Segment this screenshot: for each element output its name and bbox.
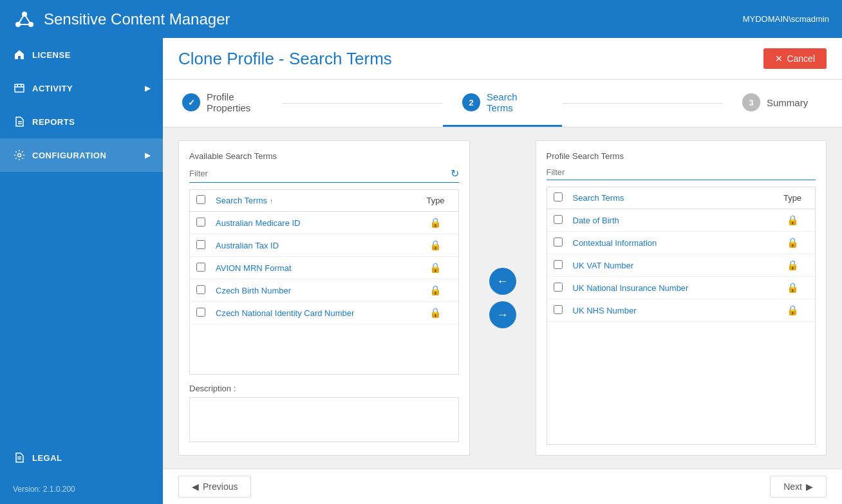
profile-panel-title: Profile Search Terms (547, 151, 816, 161)
p-lock-icon-3: 🔒 (787, 282, 799, 293)
wizard-step-3-label: Summary (767, 97, 808, 108)
row-check-2 (196, 263, 216, 274)
row-checkbox-0[interactable] (196, 218, 205, 227)
available-col-name-label: Search Terms (216, 196, 267, 205)
two-col-layout: Available Search Terms ↻ Search Terms (178, 140, 827, 456)
profile-select-all-checkbox[interactable] (554, 192, 563, 201)
table-row: Czech Birth Number 🔒 (190, 279, 458, 302)
lock-icon-4: 🔒 (429, 307, 442, 318)
page-title: Clone Profile - Search Terms (178, 49, 392, 69)
table-row: UK National Insurance Number 🔒 (547, 277, 816, 299)
right-arrow-icon: → (497, 308, 509, 322)
next-button[interactable]: Next ▶ (770, 476, 827, 498)
sidebar-label-license: LICENSE (32, 50, 71, 60)
profile-filter-input[interactable] (547, 167, 816, 177)
profile-table-body: Date of Birth 🔒 Contextual Information 🔒 (547, 209, 816, 444)
wizard-step-2[interactable]: 2 Search Terms (443, 80, 562, 127)
p-row-type-1: 🔒 (776, 237, 809, 248)
transfer-buttons: ← → (483, 140, 523, 456)
sidebar-label-reports: REPORTS (32, 117, 75, 127)
refresh-icon[interactable]: ↻ (451, 167, 459, 180)
p-lock-icon-2: 🔒 (787, 259, 799, 270)
row-type-3: 🔒 (420, 285, 452, 296)
app-header-left: Sensitive Content Manager (13, 8, 230, 31)
row-name-3: Czech Birth Number (216, 286, 420, 295)
table-row: UK NHS Number 🔒 (547, 299, 816, 322)
available-table-header: Search Terms ↑ Type (190, 190, 458, 212)
wizard-steps: ✓ Profile Properties 2 Search Terms 3 Su… (163, 80, 842, 127)
wizard-divider-1 (282, 103, 443, 104)
version-label: Version: 2.1.0.200 (0, 474, 163, 504)
p-row-name-1: Contextual Information (573, 238, 777, 248)
description-textarea[interactable] (189, 397, 459, 442)
row-checkbox-1[interactable] (196, 240, 205, 249)
sidebar-item-reports[interactable]: REPORTS (0, 105, 163, 138)
available-filter-input[interactable] (189, 169, 451, 178)
home-icon (13, 48, 26, 61)
p-row-check-2 (554, 260, 573, 271)
footer-nav: ◀ Previous Next ▶ (163, 469, 842, 504)
transfer-right-button[interactable]: → (489, 301, 516, 328)
row-name-0: Australian Medicare ID (216, 218, 420, 228)
p-lock-icon-4: 🔒 (787, 304, 799, 315)
description-section: Description : (189, 384, 459, 445)
row-checkbox-2[interactable] (196, 263, 205, 272)
wizard-step-1-label: Profile Properties (207, 91, 263, 113)
row-name-1: Australian Tax ID (216, 241, 420, 250)
row-check-3 (196, 285, 216, 296)
app-logo-icon (13, 8, 36, 31)
sidebar-label-legal: LEGAL (32, 453, 62, 463)
available-header-check (196, 195, 216, 206)
available-table-body: Australian Medicare ID 🔒 Australian Tax … (190, 212, 458, 374)
wizard-step-2-label: Search Terms (487, 91, 543, 113)
p-row-checkbox-2[interactable] (554, 260, 563, 269)
wizard-step-1[interactable]: ✓ Profile Properties (163, 80, 282, 127)
row-name-4: Czech National Identity Card Number (216, 308, 420, 318)
p-row-name-2: UK VAT Number (573, 261, 777, 270)
row-name-2: AVION MRN Format (216, 263, 420, 273)
p-lock-icon-0: 🔒 (787, 214, 799, 225)
profile-header-type: Type (776, 193, 809, 203)
p-row-checkbox-4[interactable] (554, 305, 563, 314)
previous-button[interactable]: ◀ Previous (178, 476, 251, 498)
next-arrow-icon: ▶ (806, 481, 813, 492)
sidebar-item-legal[interactable]: LEGAL (0, 441, 163, 474)
app-header: Sensitive Content Manager MYDOMAIN\scmad… (0, 0, 842, 38)
sidebar-item-license[interactable]: LICENSE (0, 38, 163, 71)
svg-line-3 (18, 14, 24, 24)
lock-icon-3: 🔒 (429, 285, 442, 295)
transfer-left-button[interactable]: ← (489, 268, 516, 295)
sort-icon: ↑ (270, 197, 274, 205)
p-row-name-0: Date of Birth (573, 216, 777, 225)
row-checkbox-4[interactable] (196, 308, 205, 317)
left-arrow-icon: ← (497, 275, 509, 288)
cancel-x-icon: ✕ (775, 53, 783, 64)
available-header-type: Type (420, 196, 452, 205)
row-checkbox-3[interactable] (196, 285, 205, 294)
config-icon (13, 149, 26, 162)
wizard-step-3[interactable]: 3 Summary (723, 80, 842, 127)
p-row-type-2: 🔒 (776, 259, 809, 271)
p-row-type-0: 🔒 (776, 214, 809, 226)
available-panel-title: Available Search Terms (189, 151, 459, 161)
cancel-button[interactable]: ✕ Cancel (763, 48, 827, 69)
row-type-4: 🔒 (420, 307, 452, 319)
sidebar-item-configuration[interactable]: CONFIGURATION ▶ (0, 138, 163, 172)
p-row-type-4: 🔒 (776, 304, 809, 316)
sidebar-item-activity[interactable]: ACTIVITY ▶ (0, 71, 163, 105)
row-type-0: 🔒 (420, 217, 452, 229)
row-check-1 (196, 240, 216, 251)
available-filter-row: ↻ (189, 167, 459, 183)
svg-line-4 (24, 14, 31, 24)
available-select-all-checkbox[interactable] (196, 195, 205, 204)
p-row-check-4 (554, 305, 573, 316)
profile-filter-row (547, 167, 816, 180)
p-row-checkbox-3[interactable] (554, 283, 563, 292)
table-row: Australian Medicare ID 🔒 (190, 212, 458, 234)
profile-header-check (554, 192, 573, 203)
p-row-checkbox-1[interactable] (554, 238, 563, 247)
main-content: Clone Profile - Search Terms ✕ Cancel ✓ … (163, 38, 842, 504)
p-row-checkbox-0[interactable] (554, 215, 563, 224)
available-table-wrapper: Search Terms ↑ Type Australian Medicare … (189, 189, 459, 375)
available-panel: Available Search Terms ↻ Search Terms (178, 140, 470, 456)
